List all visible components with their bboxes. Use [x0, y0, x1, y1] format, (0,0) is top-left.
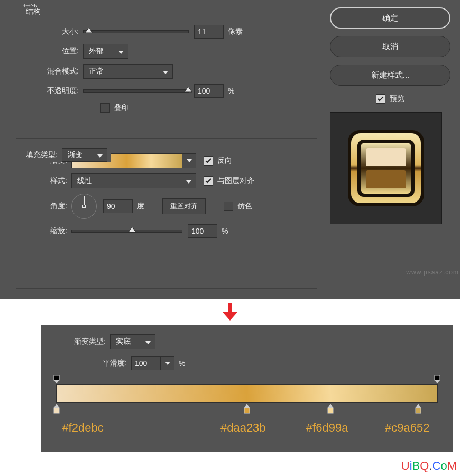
- overprint-label: 叠印: [114, 103, 129, 113]
- chevron-down-icon: [163, 67, 168, 76]
- chevron-down-icon: [118, 47, 124, 56]
- chevron-down-icon: [165, 362, 170, 365]
- preview-checkbox[interactable]: [376, 94, 385, 104]
- position-value: 外部: [89, 47, 104, 56]
- style-preview: [330, 112, 442, 224]
- size-row: 大小: 像素: [24, 25, 309, 39]
- chevron-down-icon: [97, 151, 103, 159]
- smoothness-row: 平滑度: %: [52, 356, 442, 370]
- opacity-row: 不透明度: %: [24, 84, 309, 98]
- smoothness-label: 平滑度:: [52, 359, 131, 368]
- position-row: 位置: 外部: [24, 44, 309, 59]
- svg-rect-7: [54, 375, 59, 380]
- svg-rect-9: [54, 408, 59, 413]
- hex-label: #c9a652: [385, 421, 429, 435]
- new-style-button[interactable]: 新建样式...: [330, 65, 450, 86]
- angle-row: 角度: 度 重置对齐 仿色: [24, 194, 309, 219]
- style-select[interactable]: 线性: [71, 173, 196, 188]
- svg-rect-5: [366, 170, 406, 188]
- position-select[interactable]: 外部: [83, 44, 128, 59]
- fill-type-legend: 填充类型: 渐变: [23, 148, 111, 162]
- gradient-type-row: 渐变类型: 实底: [52, 334, 442, 349]
- scale-slider[interactable]: [71, 230, 182, 233]
- color-stop[interactable]: [243, 404, 251, 414]
- svg-rect-4: [366, 148, 406, 166]
- structure-legend: 结构: [23, 7, 44, 16]
- color-stop[interactable]: [53, 404, 60, 414]
- overprint-checkbox[interactable]: [100, 103, 110, 113]
- size-slider[interactable]: [83, 30, 189, 33]
- reverse-label: 反向: [217, 156, 232, 166]
- reset-align-button[interactable]: 重置对齐: [162, 198, 206, 214]
- svg-rect-10: [244, 408, 250, 413]
- dither-label: 仿色: [237, 202, 252, 211]
- align-checkbox[interactable]: [204, 176, 213, 186]
- color-stop[interactable]: [415, 404, 422, 414]
- smoothness-unit: %: [179, 359, 185, 368]
- hex-label: #f2debc: [62, 421, 103, 435]
- angle-label: 角度:: [24, 202, 71, 211]
- color-stop[interactable]: [327, 404, 334, 414]
- gradient-editor-panel: 渐变类型: 实底 平滑度: % #f2de: [41, 325, 453, 452]
- smoothness-input[interactable]: [131, 356, 161, 370]
- blend-row: 混合模式: 正常: [24, 64, 309, 79]
- chevron-down-icon: [145, 337, 151, 346]
- preview-label: 预览: [390, 94, 404, 104]
- blend-select[interactable]: 正常: [83, 64, 173, 79]
- reverse-checkbox[interactable]: [204, 156, 213, 166]
- opacity-input[interactable]: [194, 84, 224, 98]
- chevron-down-icon: [187, 159, 192, 162]
- svg-rect-8: [435, 375, 440, 380]
- opacity-stop[interactable]: [53, 375, 60, 383]
- scale-slider-thumb[interactable]: [127, 226, 137, 235]
- watermark: www.psaaz.com: [406, 269, 459, 276]
- gradient-type-select[interactable]: 实底: [110, 334, 155, 349]
- gradient-type-label: 渐变类型:: [52, 337, 110, 346]
- svg-rect-6: [228, 303, 232, 312]
- opacity-slider-thumb[interactable]: [183, 86, 193, 95]
- align-label: 与图层对齐: [217, 176, 254, 186]
- gradient-dropdown-button[interactable]: [182, 153, 196, 168]
- style-value: 线性: [77, 176, 92, 186]
- scale-unit: %: [222, 227, 228, 235]
- fill-type-select[interactable]: 渐变: [62, 148, 107, 162]
- scale-label: 缩放:: [24, 226, 71, 236]
- angle-wheel[interactable]: [71, 194, 97, 219]
- size-slider-thumb[interactable]: [84, 26, 94, 36]
- gradient-type-value: 实底: [116, 337, 131, 346]
- smoothness-stepper[interactable]: [161, 356, 174, 370]
- fill-type-group: 填充类型: 渐变 渐变: 反向 样式: 线性 与图层对齐: [16, 153, 317, 289]
- hex-label: #daa23b: [220, 421, 266, 435]
- dither-checkbox[interactable]: [224, 202, 233, 211]
- size-label: 大小:: [24, 27, 83, 36]
- ok-button[interactable]: 确定: [330, 7, 450, 29]
- opacity-stop[interactable]: [434, 375, 441, 383]
- style-row: 样式: 线性 与图层对齐: [24, 173, 309, 188]
- blend-label: 混合模式:: [24, 67, 83, 76]
- opacity-label: 不透明度:: [24, 86, 83, 96]
- layer-style-stroke-panel: 描边 结构 大小: 像素 位置: 外部 混合模式: 正常: [0, 0, 460, 299]
- angle-unit: 度: [137, 202, 144, 211]
- arrow-down-icon: [0, 303, 460, 323]
- angle-input[interactable]: [103, 199, 133, 213]
- preview-toggle-row: 预览: [330, 94, 450, 104]
- gradient-bar[interactable]: [56, 384, 438, 403]
- opacity-unit: %: [228, 87, 234, 95]
- opacity-slider[interactable]: [83, 89, 189, 93]
- chevron-down-icon: [186, 177, 191, 185]
- structure-group: 结构 大小: 像素 位置: 外部 混合模式: 正常: [16, 12, 317, 139]
- preview-icon: [344, 126, 428, 210]
- svg-rect-12: [416, 408, 421, 413]
- fill-type-value: 渐变: [68, 150, 82, 160]
- hex-labels: #f2debc #daa23b #f6d99a #c9a652: [56, 421, 438, 439]
- position-label: 位置:: [24, 47, 83, 56]
- style-label: 样式:: [24, 176, 71, 186]
- dialog-buttons-column: 确定 取消 新建样式... 预览: [330, 7, 450, 224]
- size-unit: 像素: [228, 27, 243, 36]
- svg-rect-11: [328, 408, 333, 413]
- scale-input[interactable]: [188, 224, 217, 238]
- overprint-row: 叠印: [100, 103, 309, 113]
- blend-value: 正常: [89, 67, 104, 76]
- cancel-button[interactable]: 取消: [330, 36, 450, 57]
- size-input[interactable]: [194, 25, 224, 39]
